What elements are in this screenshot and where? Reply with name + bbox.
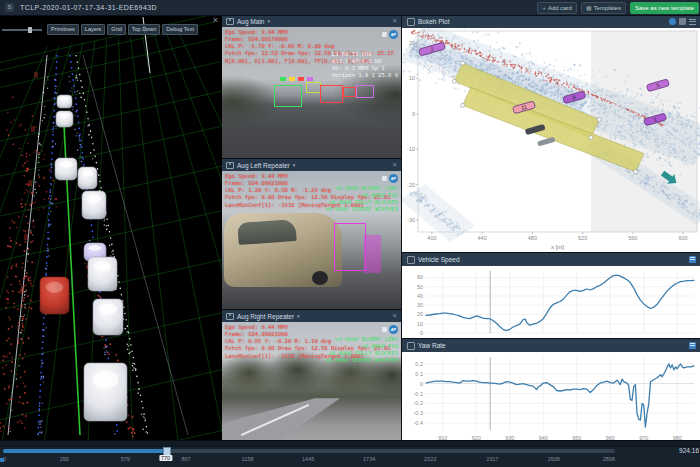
toolbar-button-primitives[interactable]: Primitives xyxy=(47,24,79,35)
panel-title: Bokeh Plot xyxy=(418,18,449,25)
vehicle-speed-chart[interactable]: 0102030405060 xyxy=(402,266,700,338)
camera-icon xyxy=(226,162,234,169)
panel-tools xyxy=(689,256,696,263)
svg-text:-30: -30 xyxy=(407,217,415,223)
timeline-tick-label: 2608 xyxy=(548,456,560,462)
chevron-down-icon[interactable]: ▾ xyxy=(297,313,300,319)
toolbar-button-debugtext[interactable]: Debug Text xyxy=(162,24,198,35)
ap-badge: AP xyxy=(389,325,398,334)
close-icon[interactable]: × xyxy=(392,312,397,320)
close-icon[interactable]: × xyxy=(392,17,397,25)
autopilot-indicator: AP xyxy=(382,174,398,183)
ap-badge: AP xyxy=(389,174,398,183)
signal-icon xyxy=(382,176,387,181)
timeline-tick-label: 2317 xyxy=(486,456,498,462)
detection-box xyxy=(274,85,302,107)
templates-button[interactable]: ▦ Templates xyxy=(581,2,626,14)
current-frame-label[interactable]: 770 xyxy=(159,455,172,461)
pan-tool-icon[interactable] xyxy=(669,18,676,25)
svg-text:x [m]: x [m] xyxy=(551,244,564,250)
timeline-zoom-handle[interactable] xyxy=(0,458,4,462)
camera-header: Aug Right Repeater ▾ × xyxy=(222,310,401,322)
add-card-button[interactable]: + Add card xyxy=(537,2,577,14)
detection-box xyxy=(334,223,366,271)
camera-feed[interactable]: Ego Speed: 9.44 MPH Frame: 824.09021000 … xyxy=(222,322,401,443)
chevron-down-icon[interactable]: ▾ xyxy=(267,18,270,24)
timeline-tick-label: 1158 xyxy=(242,456,254,462)
svg-text:40: 40 xyxy=(417,293,423,299)
classifier-overlay: +0.0000 BLURRY_LENS +0.0000 FOG +0.0000 … xyxy=(325,185,398,214)
svg-text:0: 0 xyxy=(420,330,423,336)
panel-header: Bokeh Plot xyxy=(402,15,700,28)
timeline-tick-label: 1734 xyxy=(363,456,375,462)
svg-text:520: 520 xyxy=(578,235,587,241)
svg-text:-20: -20 xyxy=(407,182,415,188)
svg-text:440: 440 xyxy=(478,235,487,241)
current-time: 924.16 xyxy=(679,447,699,454)
svg-text:600: 600 xyxy=(678,235,687,241)
bokeh-topdown-plot[interactable]: 25118120100-10-20-30400440480520560600x … xyxy=(402,28,700,252)
bokeh-plot-panel: Bokeh Plot 25118120100-10-20-30400440480… xyxy=(402,15,700,253)
timeline-tick-label: 867 xyxy=(181,456,190,462)
status-overlay: L3 R0 T3 DH0 W33.7 AP:6.5 U0 V0: 9.3 MPH… xyxy=(332,51,398,80)
camera-panel-aug-left-repeater: Aug Left Repeater ▾ × Ego Speed: 9.44 MP… xyxy=(222,159,401,310)
grid-tool-icon[interactable] xyxy=(689,256,696,263)
camera-header: Aug Left Repeater ▾ × xyxy=(222,159,401,171)
3d-viewer-panel: × Primitives Layers Grid Top Down Debug … xyxy=(0,15,222,441)
camera-title: Aug Right Repeater xyxy=(237,313,294,320)
3d-scene-viewport[interactable] xyxy=(0,15,222,441)
svg-text:-0.3: -0.3 xyxy=(414,410,423,416)
yaw-rate-chart[interactable]: 0.20.10-0.1-0.2-0.3-0.491092093094095096… xyxy=(402,352,700,443)
detection-chip xyxy=(298,77,304,81)
plus-icon: + xyxy=(542,5,546,11)
camera-panel-aug-right-repeater: Aug Right Repeater ▾ × Ego Speed: 9.44 M… xyxy=(222,310,401,444)
svg-text:20: 20 xyxy=(417,311,423,317)
camera-feed[interactable]: Ego Speed: 9.44 MPH Frame: 824.09021000 … xyxy=(222,171,401,309)
timeline-ticks: 770 029057986711581445173420232317260828… xyxy=(3,456,615,466)
top-bar-actions: + Add card ▦ Templates Save as new templ… xyxy=(537,2,695,14)
opacity-slider[interactable] xyxy=(2,29,42,31)
svg-text:-0.2: -0.2 xyxy=(414,400,423,406)
autopilot-indicator: AP xyxy=(382,30,398,39)
session-title: TCLP-2020-01-07-17-34-31-EDE6943D xyxy=(20,4,157,11)
svg-text:50: 50 xyxy=(417,284,423,290)
vehicle-in-image xyxy=(224,213,342,287)
toolbar-button-topdown[interactable]: Top Down xyxy=(128,24,160,35)
3d-toolbar: Primitives Layers Grid Top Down Debug Te… xyxy=(2,24,198,35)
menu-icon[interactable] xyxy=(689,19,696,25)
panel-title: Vehicle Speed xyxy=(418,256,460,263)
panel-header: Yaw Rate xyxy=(402,339,700,352)
box-zoom-icon[interactable] xyxy=(679,18,686,25)
toolbar-button-layers[interactable]: Layers xyxy=(81,24,106,35)
svg-text:60: 60 xyxy=(417,274,423,280)
app-logo-icon: S xyxy=(5,3,14,12)
close-icon[interactable]: × xyxy=(213,16,218,25)
timeline-track[interactable] xyxy=(3,449,615,453)
camera-header: Aug Main ▾ × xyxy=(222,15,401,27)
close-icon[interactable]: × xyxy=(392,161,397,169)
classifier-overlay: +0.0000 BLURRY_LENS +0.0000 FOG +0.0000 … xyxy=(325,336,398,365)
top-bar: S TCLP-2020-01-07-17-34-31-EDE6943D + Ad… xyxy=(0,0,700,16)
toolbar-button-grid[interactable]: Grid xyxy=(107,24,125,35)
svg-text:20: 20 xyxy=(409,40,415,46)
svg-text:0: 0 xyxy=(420,381,423,387)
detection-box xyxy=(356,85,374,98)
svg-text:30: 30 xyxy=(417,302,423,308)
save-template-button[interactable]: Save as new template xyxy=(630,2,699,14)
svg-text:10: 10 xyxy=(409,75,415,81)
main-area: × Primitives Layers Grid Top Down Debug … xyxy=(0,15,700,441)
signal-icon xyxy=(382,327,387,332)
svg-text:-10: -10 xyxy=(407,146,415,152)
grid-tool-icon[interactable] xyxy=(689,342,696,349)
yaw-rate-panel: Yaw Rate 0.20.10-0.1-0.2-0.3-0.491092093… xyxy=(402,339,700,443)
camera-title: Aug Left Repeater xyxy=(237,162,290,169)
chevron-down-icon[interactable]: ▾ xyxy=(293,162,296,168)
panel-header: Vehicle Speed xyxy=(402,253,700,266)
detection-box xyxy=(343,87,356,97)
detection-box xyxy=(364,235,381,273)
svg-text:0.1: 0.1 xyxy=(415,371,423,377)
autopilot-indicator: AP xyxy=(382,325,398,334)
camera-feed[interactable]: Ego Speed: 9.44 MPH Frame: 824.09170000 … xyxy=(222,27,401,158)
plots-column: Bokeh Plot 25118120100-10-20-30400440480… xyxy=(401,15,700,441)
timeline-tick-label: 579 xyxy=(121,456,130,462)
